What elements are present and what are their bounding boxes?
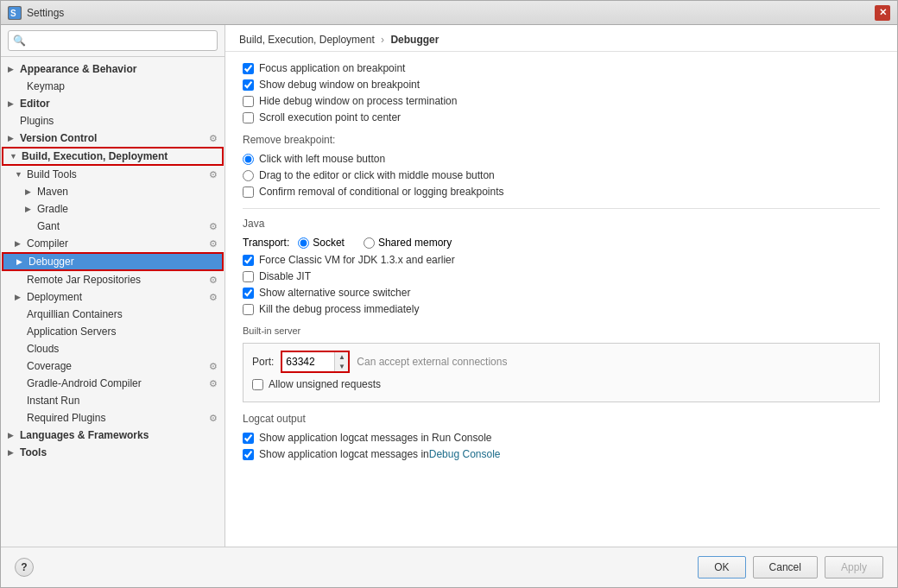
port-spinner-down[interactable]: ▼ — [335, 362, 348, 371]
builtin-server-box: Port: ▲ ▼ Can accept external connection… — [243, 343, 880, 402]
sidebar-item-editor[interactable]: ▶ Editor — [1, 95, 224, 112]
show-debug-window-checkbox[interactable] — [243, 79, 254, 91]
sidebar-item-plugins[interactable]: Plugins — [1, 112, 224, 130]
expand-arrow: ▼ — [15, 170, 27, 179]
confirm-removal-checkbox[interactable] — [243, 187, 254, 198]
drag-editor-label: Drag to the editor or click with middle … — [259, 169, 495, 181]
logcat-section: Logcat output Show application logcat me… — [243, 413, 880, 460]
sidebar-item-coverage[interactable]: Coverage ⚙ — [1, 357, 224, 375]
disable-jit-label: Disable JIT — [259, 270, 311, 282]
gear-icon: ⚙ — [209, 275, 218, 286]
expand-arrow: ▼ — [9, 152, 22, 161]
close-button[interactable]: ✕ — [875, 5, 890, 21]
remove-breakpoint-title: Remove breakpoint: — [243, 134, 880, 146]
confirm-removal-label: Confirm removal of conditional or loggin… — [259, 186, 503, 198]
sidebar-item-debugger[interactable]: ▶ Debugger — [3, 253, 223, 270]
expand-arrow: ▶ — [8, 134, 20, 142]
sidebar-item-build-execution[interactable]: ▼ Build, Execution, Deployment — [3, 148, 223, 165]
sidebar: 🔍 ▶ Appearance & Behavior Keymap ▶ — [1, 25, 225, 547]
java-section-label: Java — [243, 218, 880, 230]
gear-icon: ⚙ — [209, 221, 218, 232]
show-alt-source-checkbox[interactable] — [243, 288, 254, 299]
disable-jit-checkbox[interactable] — [243, 271, 254, 282]
kill-debug-row: Kill the debug process immediately — [243, 303, 880, 315]
force-classic-label: Force Classic VM for JDK 1.3.x and earli… — [259, 254, 455, 266]
sidebar-item-clouds[interactable]: Clouds — [1, 340, 224, 357]
builtin-server-section: Built-in server Port: ▲ ▼ Can a — [243, 326, 880, 402]
show-debug-logcat-checkbox[interactable] — [243, 449, 254, 460]
focus-app-checkbox[interactable] — [243, 63, 254, 74]
gear-icon: ⚙ — [209, 169, 218, 180]
allow-unsigned-checkbox[interactable] — [252, 379, 263, 390]
search-icon: 🔍 — [13, 35, 26, 47]
sidebar-item-app-servers[interactable]: Application Servers — [1, 323, 224, 340]
gear-icon: ⚙ — [209, 133, 218, 144]
hide-debug-window-checkbox[interactable] — [243, 96, 254, 107]
show-run-logcat-checkbox[interactable] — [243, 433, 254, 444]
sidebar-item-maven[interactable]: ▶ Maven — [1, 183, 224, 200]
drag-editor-radio[interactable] — [243, 170, 254, 181]
click-left-radio[interactable] — [243, 154, 254, 165]
main-content: Focus application on breakpoint Show deb… — [225, 52, 897, 547]
show-debug-logcat-row: Show application logcat messages in Debu… — [243, 448, 880, 460]
transport-radio-group: Socket Shared memory — [298, 237, 460, 249]
port-input-wrap: ▲ ▼ — [281, 351, 350, 373]
transport-label: Transport: — [243, 237, 289, 249]
show-debug-logcat-label-part1: Show application logcat messages in — [259, 448, 429, 460]
sidebar-item-required-plugins[interactable]: Required Plugins ⚙ — [1, 409, 224, 427]
footer: ? OK Cancel Apply — [1, 547, 897, 587]
allow-unsigned-row: Allow unsigned requests — [252, 378, 870, 390]
remove-breakpoint-section: Remove breakpoint: Click with left mouse… — [243, 134, 880, 198]
port-label: Port: — [252, 356, 274, 368]
socket-radio[interactable] — [298, 237, 309, 249]
sidebar-item-keymap[interactable]: Keymap — [1, 78, 224, 95]
show-alt-source-row: Show alternative source switcher — [243, 287, 880, 299]
sidebar-item-languages[interactable]: ▶ Languages & Frameworks — [1, 427, 224, 444]
sidebar-item-tools[interactable]: ▶ Tools — [1, 444, 224, 461]
sidebar-item-arquillian[interactable]: Arquillian Containers — [1, 306, 224, 323]
port-spinner-up[interactable]: ▲ — [335, 352, 348, 362]
scroll-execution-checkbox[interactable] — [243, 112, 254, 123]
ok-button[interactable]: OK — [698, 556, 745, 579]
help-button[interactable]: ? — [15, 558, 34, 577]
app-icon: S — [8, 6, 22, 20]
expand-arrow: ▶ — [8, 448, 20, 457]
expand-arrow: ▶ — [15, 239, 27, 248]
builtin-server-label: Built-in server — [243, 326, 880, 336]
expand-arrow: ▶ — [8, 431, 20, 439]
window-title: Settings — [27, 7, 875, 19]
search-box: 🔍 — [1, 25, 224, 57]
sidebar-item-gant[interactable]: Gant ⚙ — [1, 218, 224, 235]
gear-icon: ⚙ — [209, 378, 218, 389]
sidebar-item-gradle[interactable]: ▶ Gradle — [1, 200, 224, 218]
page-header: Build, Execution, Deployment › Debugger — [225, 25, 897, 52]
kill-debug-checkbox[interactable] — [243, 304, 254, 315]
show-run-logcat-row: Show application logcat messages in Run … — [243, 432, 880, 444]
shared-memory-label: Shared memory — [378, 237, 452, 249]
focus-app-label: Focus application on breakpoint — [259, 62, 405, 74]
port-input[interactable] — [282, 352, 334, 371]
breadcrumb-parent: Build, Execution, Deployment — [239, 34, 375, 46]
breadcrumb: Build, Execution, Deployment › Debugger — [239, 34, 883, 46]
debug-console-link[interactable]: Debug Console — [429, 448, 501, 460]
divider-java — [243, 208, 880, 209]
sidebar-item-build-tools[interactable]: ▼ Build Tools ⚙ — [1, 166, 224, 183]
sidebar-item-version-control[interactable]: ▶ Version Control ⚙ — [1, 130, 224, 147]
show-run-logcat-label: Show application logcat messages in Run … — [259, 432, 492, 444]
force-classic-checkbox[interactable] — [243, 255, 254, 266]
sidebar-item-compiler[interactable]: ▶ Compiler ⚙ — [1, 235, 224, 252]
sidebar-item-instant-run[interactable]: Instant Run — [1, 392, 224, 409]
search-input[interactable] — [8, 30, 218, 51]
port-spinner: ▲ ▼ — [334, 352, 348, 371]
expand-arrow: ▶ — [8, 99, 20, 108]
cancel-button[interactable]: Cancel — [753, 556, 818, 579]
sidebar-item-appearance[interactable]: ▶ Appearance & Behavior — [1, 60, 224, 78]
show-debug-window-row: Show debug window on breakpoint — [243, 79, 880, 91]
sidebar-item-remote-jar[interactable]: Remote Jar Repositories ⚙ — [1, 271, 224, 288]
svg-text:S: S — [10, 9, 16, 18]
sidebar-item-deployment[interactable]: ▶ Deployment ⚙ — [1, 288, 224, 306]
apply-button[interactable]: Apply — [825, 556, 883, 579]
shared-memory-radio[interactable] — [364, 237, 375, 249]
sidebar-item-gradle-android[interactable]: Gradle-Android Compiler ⚙ — [1, 375, 224, 392]
hide-debug-window-row: Hide debug window on process termination — [243, 95, 880, 107]
